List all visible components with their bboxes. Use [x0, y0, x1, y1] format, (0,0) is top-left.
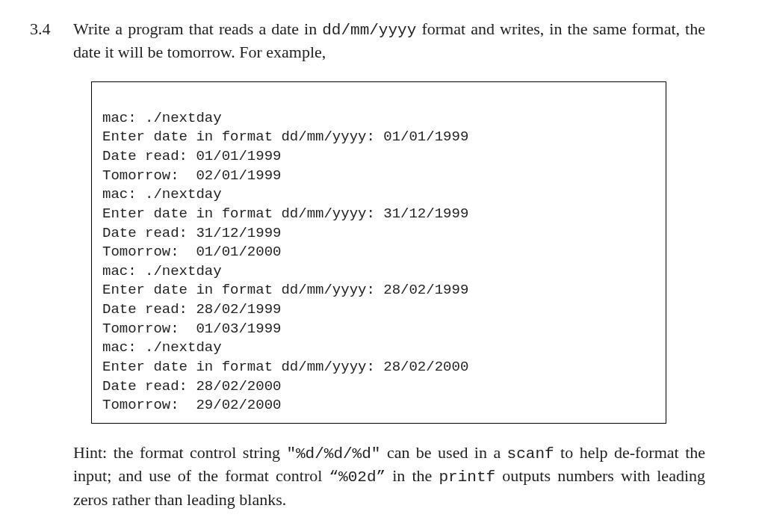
hint-code-scanf: scanf: [507, 445, 554, 463]
hint-text: Hint: the format control string: [73, 443, 286, 462]
prompt-code-format: dd/mm/yyyy: [322, 22, 416, 39]
code-line: Tomorrow: 01/01/2000: [102, 244, 281, 260]
hint-code-printf: printf: [439, 468, 495, 486]
code-example-box: mac: ./nextday Enter date in format dd/m…: [91, 81, 666, 424]
hint-code-scanf-format: "%d/%d/%d": [286, 445, 380, 463]
exercise-block: 3.4 Write a program that reads a date in…: [30, 18, 705, 512]
hint-code-printf-format: “%02d”: [329, 468, 385, 486]
hint-text: can be used in a: [380, 443, 507, 462]
prompt-text-pre: Write a program that reads a date in: [73, 19, 322, 38]
code-line: mac: ./nextday: [102, 339, 222, 356]
code-line: mac: ./nextday: [102, 263, 222, 279]
code-line: Enter date in format dd/mm/yyyy: 31/12/1…: [102, 205, 468, 222]
hint-paragraph: Hint: the format control string "%d/%d/%…: [73, 442, 705, 512]
exercise-number: 3.4: [30, 18, 73, 39]
exercise-body: Write a program that reads a date in dd/…: [73, 18, 705, 512]
code-line: mac: ./nextday: [102, 110, 222, 126]
code-line: Tomorrow: 29/02/2000: [102, 397, 281, 413]
exercise-prompt: Write a program that reads a date in dd/…: [73, 18, 705, 64]
code-line: mac: ./nextday: [102, 186, 222, 202]
page: 3.4 Write a program that reads a date in…: [0, 0, 765, 530]
code-line: Date read: 31/12/1999: [102, 225, 281, 241]
code-line: Date read: 01/01/1999: [102, 148, 281, 164]
code-line: Enter date in format dd/mm/yyyy: 28/02/2…: [102, 359, 468, 375]
code-line: Tomorrow: 01/03/1999: [102, 321, 281, 337]
code-line: Date read: 28/02/2000: [102, 378, 281, 395]
code-line: Date read: 28/02/1999: [102, 301, 281, 318]
hint-text: in the: [385, 466, 439, 485]
code-line: Tomorrow: 02/01/1999: [102, 167, 281, 184]
code-line: Enter date in format dd/mm/yyyy: 01/01/1…: [102, 129, 468, 145]
code-line: Enter date in format dd/mm/yyyy: 28/02/1…: [102, 282, 468, 298]
